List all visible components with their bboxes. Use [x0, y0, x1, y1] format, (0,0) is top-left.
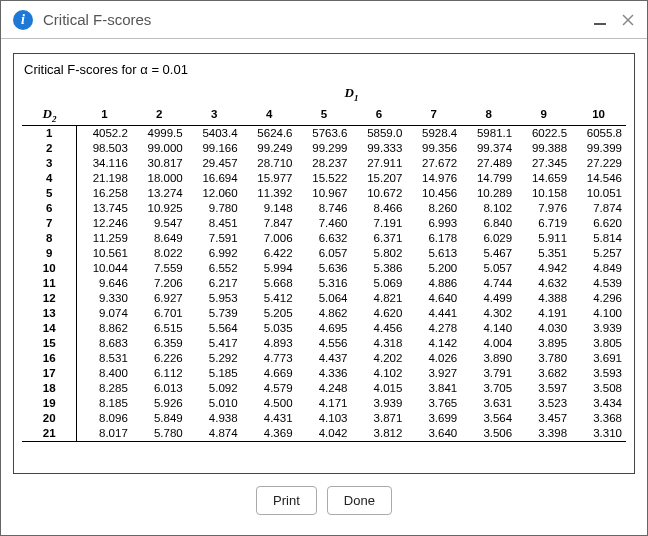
cell: 6.840	[461, 216, 516, 231]
table-row: 516.25813.27412.06011.39210.96710.67210.…	[22, 186, 626, 201]
cell: 5.953	[187, 291, 242, 306]
cell: 5.035	[242, 321, 297, 336]
table-row: 129.3306.9275.9535.4125.0644.8214.6404.4…	[22, 291, 626, 306]
cell: 4999.5	[132, 125, 187, 141]
table-row: 208.0965.8494.9384.4314.1033.8713.6993.5…	[22, 411, 626, 426]
table-wrap: D1 D2 12345678910 14052.24999.55403.4562…	[22, 83, 626, 473]
cell: 7.847	[242, 216, 297, 231]
cell: 9.780	[187, 201, 242, 216]
print-button[interactable]: Print	[256, 486, 317, 515]
cell: 15.207	[351, 171, 406, 186]
row-header: 1	[22, 125, 77, 141]
cell: 99.399	[571, 141, 626, 156]
cell: 6.701	[132, 306, 187, 321]
cell: 21.198	[77, 171, 132, 186]
cell: 9.148	[242, 201, 297, 216]
cell: 3.682	[516, 366, 571, 381]
cell: 8.683	[77, 336, 132, 351]
cell: 7.559	[132, 261, 187, 276]
table-row: 298.50399.00099.16699.24999.29999.33399.…	[22, 141, 626, 156]
cell: 4.744	[461, 276, 516, 291]
cell: 3.564	[461, 411, 516, 426]
row-header: 2	[22, 141, 77, 156]
table-row: 1010.0447.5596.5525.9945.6365.3865.2005.…	[22, 261, 626, 276]
cell: 3.939	[571, 321, 626, 336]
f-table: D1 D2 12345678910 14052.24999.55403.4562…	[22, 83, 626, 442]
column-header: 9	[516, 104, 571, 125]
done-button[interactable]: Done	[327, 486, 392, 515]
cell: 14.799	[461, 171, 516, 186]
cell: 9.330	[77, 291, 132, 306]
table-row: 178.4006.1125.1854.6694.3364.1023.9273.7…	[22, 366, 626, 381]
cell: 6.422	[242, 246, 297, 261]
cell: 3.593	[571, 366, 626, 381]
cell: 13.745	[77, 201, 132, 216]
cell: 3.841	[406, 381, 461, 396]
row-header: 11	[22, 276, 77, 291]
cell: 5.316	[297, 276, 352, 291]
cell: 3.699	[406, 411, 461, 426]
cell: 11.392	[242, 186, 297, 201]
cell: 3.871	[351, 411, 406, 426]
cell: 7.874	[571, 201, 626, 216]
cell: 5.417	[187, 336, 242, 351]
d2-heading: D2	[22, 104, 77, 125]
cell: 4.579	[242, 381, 297, 396]
cell: 99.356	[406, 141, 461, 156]
column-header: 1	[77, 104, 132, 125]
cell: 6022.5	[516, 125, 571, 141]
cell: 8.531	[77, 351, 132, 366]
cell: 5.010	[187, 396, 242, 411]
cell: 7.976	[516, 201, 571, 216]
cell: 5.205	[242, 306, 297, 321]
cell: 6.632	[297, 231, 352, 246]
cell: 4.336	[297, 366, 352, 381]
cell: 14.659	[516, 171, 571, 186]
cell: 4.886	[406, 276, 461, 291]
cell: 27.489	[461, 156, 516, 171]
cell: 5.994	[242, 261, 297, 276]
cell: 10.456	[406, 186, 461, 201]
cell: 16.258	[77, 186, 132, 201]
minimize-button[interactable]	[589, 9, 611, 31]
cell: 5.069	[351, 276, 406, 291]
cell: 27.672	[406, 156, 461, 171]
cell: 5.668	[242, 276, 297, 291]
table-row: 811.2598.6497.5917.0066.6326.3716.1786.0…	[22, 231, 626, 246]
cell: 5.386	[351, 261, 406, 276]
cell: 8.862	[77, 321, 132, 336]
row-header: 12	[22, 291, 77, 306]
cell: 99.166	[187, 141, 242, 156]
cell: 3.368	[571, 411, 626, 426]
column-header: 7	[406, 104, 461, 125]
cell: 8.260	[406, 201, 461, 216]
cell: 6.515	[132, 321, 187, 336]
cell: 14.546	[571, 171, 626, 186]
cell: 5.911	[516, 231, 571, 246]
cell: 8.102	[461, 201, 516, 216]
table-panel: Critical F-scores for α = 0.01 D1 D2	[13, 53, 635, 474]
cell: 8.649	[132, 231, 187, 246]
cell: 8.017	[77, 426, 132, 442]
cell: 15.977	[242, 171, 297, 186]
cell: 10.967	[297, 186, 352, 201]
cell: 3.805	[571, 336, 626, 351]
table-row: 188.2856.0135.0924.5794.2484.0153.8413.7…	[22, 381, 626, 396]
table-row: 421.19818.00016.69415.97715.52215.20714.…	[22, 171, 626, 186]
cell: 28.237	[297, 156, 352, 171]
close-button[interactable]	[617, 9, 639, 31]
cell: 10.044	[77, 261, 132, 276]
cell: 4.539	[571, 276, 626, 291]
cell: 4.556	[297, 336, 352, 351]
table-row: 198.1855.9265.0104.5004.1713.9393.7653.6…	[22, 396, 626, 411]
cell: 4.773	[242, 351, 297, 366]
cell: 3.895	[516, 336, 571, 351]
row-header: 8	[22, 231, 77, 246]
cell: 3.508	[571, 381, 626, 396]
cell: 6.029	[461, 231, 516, 246]
cell: 15.522	[297, 171, 352, 186]
cell: 5.564	[187, 321, 242, 336]
cell: 8.185	[77, 396, 132, 411]
table-row: 148.8626.5155.5645.0354.6954.4564.2784.1…	[22, 321, 626, 336]
cell: 8.400	[77, 366, 132, 381]
